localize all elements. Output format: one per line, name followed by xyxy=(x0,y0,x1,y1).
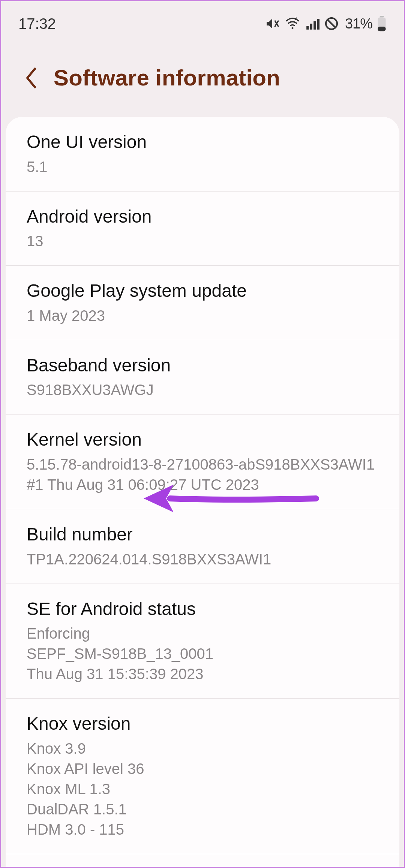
row-kernel-version[interactable]: Kernel version 5.15.78-android13-8-27100… xyxy=(6,415,399,509)
status-right: 6 31% xyxy=(265,16,387,32)
row-baseband-version[interactable]: Baseband version S918BXXU3AWGJ xyxy=(6,340,399,415)
row-play-update[interactable]: Google Play system update 1 May 2023 xyxy=(6,266,399,340)
svg-text:6: 6 xyxy=(294,16,297,21)
back-button[interactable] xyxy=(24,67,39,89)
status-time: 17:32 xyxy=(18,15,56,32)
row-sub: 1 May 2023 xyxy=(27,305,378,326)
row-sub: S918BXXU3AWGJ xyxy=(27,380,378,400)
row-title: Kernel version xyxy=(27,429,378,450)
wifi-icon: 6 xyxy=(284,16,301,31)
dnd-icon xyxy=(324,16,339,31)
row-sub: 5.1 xyxy=(27,157,378,177)
row-title: Knox version xyxy=(27,713,378,735)
svg-point-0 xyxy=(291,27,293,29)
row-android-version[interactable]: Android version 13 xyxy=(6,192,399,266)
row-sub: 13 xyxy=(27,231,378,251)
svg-rect-3 xyxy=(310,24,312,30)
battery-icon xyxy=(377,16,387,31)
svg-rect-9 xyxy=(378,27,386,31)
row-title: SE for Android status xyxy=(27,598,378,620)
row-title: Baseband version xyxy=(27,355,378,376)
svg-rect-7 xyxy=(380,16,384,17)
row-build-number[interactable]: Build number TP1A.220624.014.S918BXXS3AW… xyxy=(6,509,399,584)
row-title: Android version xyxy=(27,206,378,227)
row-sub: 5.15.78-android13-8-27100863-abS918BXXS3… xyxy=(27,454,378,495)
settings-card: One UI version 5.1 Android version 13 Go… xyxy=(6,117,399,868)
svg-rect-4 xyxy=(314,21,316,30)
row-one-ui-version[interactable]: One UI version 5.1 xyxy=(6,117,399,192)
row-knox-version[interactable]: Knox version Knox 3.9 Knox API level 36 … xyxy=(6,699,399,854)
row-sub: Knox 3.9 Knox API level 36 Knox ML 1.3 D… xyxy=(27,738,378,840)
page-title: Software information xyxy=(54,65,280,91)
svg-rect-5 xyxy=(317,19,320,29)
row-service-provider-version[interactable]: Service provider software version SAOMC_… xyxy=(6,854,399,868)
page-header: Software information xyxy=(1,39,404,117)
mute-icon xyxy=(265,16,280,31)
status-bar: 17:32 6 xyxy=(1,1,404,39)
battery-percent: 31% xyxy=(345,16,372,32)
row-title: One UI version xyxy=(27,131,378,153)
svg-rect-2 xyxy=(306,26,309,29)
row-title: Google Play system update xyxy=(27,280,378,302)
signal-icon xyxy=(305,16,320,31)
row-title: Build number xyxy=(27,524,378,545)
row-sub: Enforcing SEPF_SM-S918B_13_0001 Thu Aug … xyxy=(27,623,378,684)
row-se-android-status[interactable]: SE for Android status Enforcing SEPF_SM-… xyxy=(6,584,399,699)
row-sub: TP1A.220624.014.S918BXXS3AWI1 xyxy=(27,549,378,569)
